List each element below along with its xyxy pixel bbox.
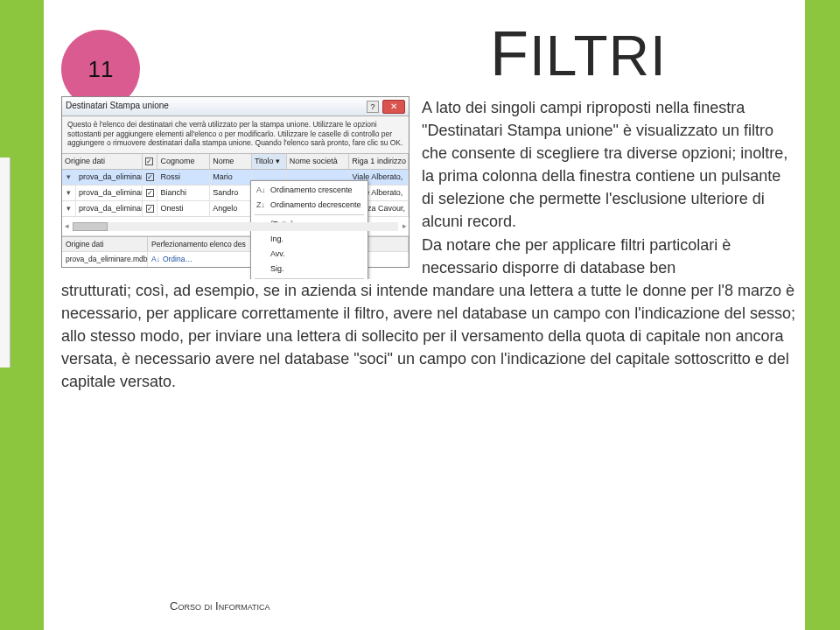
recipients-grid: Origine dati ✓ Cognome Nome Titolo ▾ Nom… xyxy=(62,153,409,236)
dropdown-icon: ▾ xyxy=(276,157,280,165)
col-header-origin[interactable]: Origine dati xyxy=(62,154,143,169)
cell-check[interactable]: ✓ xyxy=(143,186,158,200)
row-dropdown-icon[interactable]: ▾ xyxy=(62,201,76,216)
dialog-screenshot: Destinatari Stampa unione ? ✕ Questo è l… xyxy=(61,96,410,268)
cell-name: Mario xyxy=(210,170,252,185)
sort-icon: A↓ xyxy=(151,255,160,263)
col-header-surname[interactable]: Cognome xyxy=(158,154,210,169)
row-dropdown-icon[interactable]: ▾ xyxy=(62,186,76,200)
cell-surname: Bianchi xyxy=(158,186,210,200)
cell-name: Sandro xyxy=(210,186,252,200)
dialog-description: Questo è l'elenco dei destinatari che ve… xyxy=(62,116,409,153)
cell-name: Angelo xyxy=(210,201,252,216)
cell-surname: Rossi xyxy=(158,170,210,185)
dialog-titlebar: Destinatari Stampa unione ? ✕ xyxy=(62,97,409,116)
cell-origin: prova_da_eliminare… xyxy=(76,201,143,216)
menu-separator xyxy=(255,214,364,215)
menu-item-sort-desc[interactable]: Z↓Ordinamento decrescente xyxy=(251,198,368,213)
body-content: Destinatari Stampa unione ? ✕ Questo è l… xyxy=(61,96,796,393)
help-button[interactable]: ? xyxy=(367,101,379,113)
refine-label-origin: Origine dati xyxy=(62,237,148,251)
paragraph-1: A lato dei singoli campi riproposti nell… xyxy=(422,99,788,230)
sort-desc-icon: Z↓ xyxy=(256,200,265,211)
cell-origin: prova_da_eliminare… xyxy=(76,186,143,200)
horizontal-scrollbar[interactable] xyxy=(73,222,398,231)
title-rest: ILTRI xyxy=(529,24,667,88)
page-number-text: 11 xyxy=(88,56,114,83)
dialog-title-text: Destinatari Stampa unione xyxy=(66,100,169,113)
course-footer: Corso di Informatica xyxy=(170,599,270,612)
menu-item-ing[interactable]: Ing. xyxy=(251,232,368,247)
scrollbar-thumb[interactable] xyxy=(73,222,108,231)
col-header-check[interactable]: ✓ xyxy=(143,154,158,169)
title-initial: F xyxy=(490,18,529,88)
right-accent-band xyxy=(805,0,840,630)
menu-separator xyxy=(255,278,364,279)
cell-origin: prova_da_eliminare… xyxy=(76,170,143,185)
paragraph-2a: Da notare che per applicare filtri parti… xyxy=(422,236,731,276)
cell-check[interactable]: ✓ xyxy=(143,170,158,185)
col-header-company[interactable]: Nome società xyxy=(287,154,350,169)
scroll-left-icon[interactable]: ◂ xyxy=(62,220,71,232)
scroll-right-icon[interactable]: ▸ xyxy=(400,220,409,232)
dialog-window: Destinatari Stampa unione ? ✕ Questo è l… xyxy=(61,96,410,268)
col-header-name[interactable]: Nome xyxy=(210,154,252,169)
menu-item-avv[interactable]: Avv. xyxy=(251,247,368,262)
clipped-window-edge xyxy=(0,158,10,368)
row-dropdown-icon[interactable]: ▾ xyxy=(62,170,76,185)
sort-asc-icon: A↓ xyxy=(256,185,265,196)
cell-check[interactable]: ✓ xyxy=(143,201,158,216)
close-button[interactable]: ✕ xyxy=(382,100,405,114)
cell-surname: Onesti xyxy=(158,201,210,216)
col-header-title[interactable]: Titolo ▾ xyxy=(252,154,287,169)
data-source-file[interactable]: prova_da_eliminare.mdb xyxy=(62,252,148,266)
page-title: FILTRI xyxy=(490,18,667,89)
grid-header-row: Origine dati ✓ Cognome Nome Titolo ▾ Nom… xyxy=(62,154,409,170)
menu-item-sig[interactable]: Sig. xyxy=(251,262,368,276)
menu-item-sort-asc[interactable]: A↓Ordinamento crescente xyxy=(251,183,368,198)
col-header-address[interactable]: Riga 1 indirizzo xyxy=(349,154,409,169)
paragraph-2b: strutturati; così, ad esempio, se in azi… xyxy=(61,282,795,390)
